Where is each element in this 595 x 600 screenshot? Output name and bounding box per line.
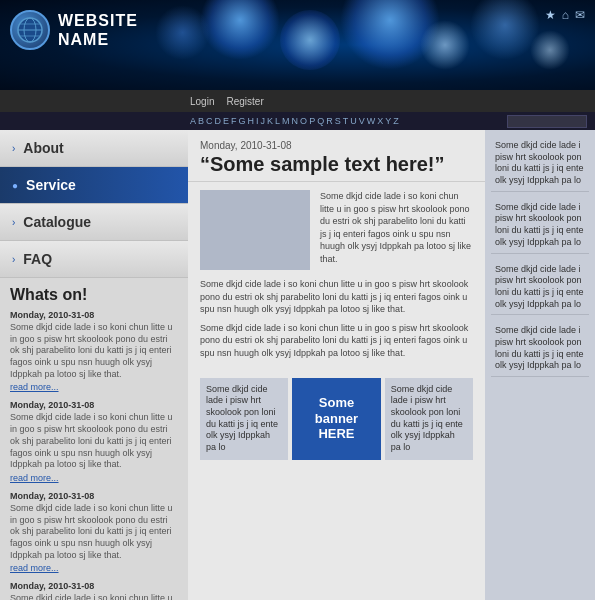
service-label: Service <box>26 177 76 193</box>
alpha-i[interactable]: I <box>256 116 259 126</box>
alpha-h[interactable]: H <box>248 116 255 126</box>
site-header: WEBSITE NAME ★ ⌂ ✉ <box>0 0 595 90</box>
alpha-x[interactable]: X <box>377 116 383 126</box>
news-text-3: Some dkjd cide lade i so koni chun litte… <box>10 503 178 561</box>
alpha-m[interactable]: M <box>282 116 290 126</box>
news-text-1: Some dkjd cide lade i so koni chun litte… <box>10 322 178 380</box>
banner-highlight[interactable]: Some banner HERE <box>292 378 380 460</box>
main-layout: › About ● Service › Catalogue › FAQ What… <box>0 130 595 600</box>
banner-highlight-text: Some banner HERE <box>298 395 374 442</box>
alpha-a[interactable]: A <box>190 116 196 126</box>
catalogue-label: Catalogue <box>23 214 91 230</box>
bottom-banners: Some dkjd cide lade i pisw hrt skoolook … <box>188 372 485 466</box>
alpha-v[interactable]: V <box>359 116 365 126</box>
article-inline-text: Some dkjd cide lade i so koni chun litte… <box>320 190 473 270</box>
alpha-q[interactable]: Q <box>317 116 324 126</box>
globe-svg <box>16 16 44 44</box>
catalogue-arrow-icon: › <box>12 217 15 228</box>
header-icons: ★ ⌂ ✉ <box>545 8 585 22</box>
nav-bar: Login Register <box>0 90 595 112</box>
alpha-l[interactable]: L <box>275 116 280 126</box>
news-item-3: Monday, 2010-31-08 Some dkjd cide lade i… <box>10 491 178 573</box>
article-paragraphs: Some dkjd cide lade i so koni chun litte… <box>188 278 485 372</box>
alpha-bar: A B C D E F G H I J K L M N O P Q R S T … <box>0 112 595 130</box>
banner-1: Some dkjd cide lade i pisw hrt skoolook … <box>200 378 288 460</box>
alpha-d[interactable]: D <box>215 116 222 126</box>
alpha-t[interactable]: T <box>343 116 349 126</box>
alpha-k[interactable]: K <box>267 116 273 126</box>
sidebar-item-about[interactable]: › About <box>0 130 188 167</box>
register-link[interactable]: Register <box>226 96 263 107</box>
alpha-z[interactable]: Z <box>393 116 399 126</box>
whats-on-section: Whats on! Monday, 2010-31-08 Some dkjd c… <box>0 278 188 600</box>
site-name: WEBSITE NAME <box>58 11 138 49</box>
alpha-p[interactable]: P <box>309 116 315 126</box>
whats-on-title: Whats on! <box>10 286 178 304</box>
alpha-c[interactable]: C <box>206 116 213 126</box>
banner-3: Some dkjd cide lade i pisw hrt skoolook … <box>385 378 473 460</box>
news-text-4: Some dkjd cide lade i so koni chun litte… <box>10 593 178 600</box>
alpha-e[interactable]: E <box>223 116 229 126</box>
article-body: Some dkjd cide lade i so koni chun litte… <box>188 182 485 278</box>
star-icon: ★ <box>545 8 556 22</box>
news-date-1: Monday, 2010-31-08 <box>10 310 178 320</box>
about-label: About <box>23 140 63 156</box>
sidebar: › About ● Service › Catalogue › FAQ What… <box>0 130 188 600</box>
alpha-s[interactable]: S <box>335 116 341 126</box>
read-more-2[interactable]: read more... <box>10 473 59 483</box>
right-block-2: Some dkjd cide lade i pisw hrt skoolook … <box>491 198 589 254</box>
article-para-3: Some dkjd cide lade i so koni chun litte… <box>200 322 473 360</box>
alpha-j[interactable]: J <box>261 116 266 126</box>
about-arrow-icon: › <box>12 143 15 154</box>
alpha-n[interactable]: N <box>292 116 299 126</box>
nav-links: Login Register <box>190 96 264 107</box>
news-item-1: Monday, 2010-31-08 Some dkjd cide lade i… <box>10 310 178 392</box>
content-area: Monday, 2010-31-08 “Some sample text her… <box>188 130 485 600</box>
alpha-g[interactable]: G <box>239 116 246 126</box>
read-more-1[interactable]: read more... <box>10 382 59 392</box>
sidebar-item-catalogue[interactable]: › Catalogue <box>0 204 188 241</box>
news-text-2: Some dkjd cide lade i so koni chun litte… <box>10 412 178 470</box>
right-block-4: Some dkjd cide lade i pisw hrt skoolook … <box>491 321 589 377</box>
news-item-4: Monday, 2010-31-08 Some dkjd cide lade i… <box>10 581 178 600</box>
read-more-3[interactable]: read more... <box>10 563 59 573</box>
alpha-search-input[interactable] <box>507 115 587 128</box>
home-icon: ⌂ <box>562 8 569 22</box>
alpha-f[interactable]: F <box>231 116 237 126</box>
sidebar-item-faq[interactable]: › FAQ <box>0 241 188 278</box>
alpha-y[interactable]: Y <box>385 116 391 126</box>
login-link[interactable]: Login <box>190 96 214 107</box>
article-para-2: Some dkjd cide lade i so koni chun litte… <box>200 278 473 316</box>
right-block-1: Some dkjd cide lade i pisw hrt skoolook … <box>491 136 589 192</box>
service-bullet-icon: ● <box>12 180 18 191</box>
sidebar-item-service[interactable]: ● Service <box>0 167 188 204</box>
news-date-2: Monday, 2010-31-08 <box>10 400 178 410</box>
alpha-b[interactable]: B <box>198 116 204 126</box>
alpha-o[interactable]: O <box>300 116 307 126</box>
article-title: “Some sample text here!” <box>200 153 473 175</box>
news-date-3: Monday, 2010-31-08 <box>10 491 178 501</box>
article-date: Monday, 2010-31-08 <box>200 140 473 151</box>
article-image <box>200 190 310 270</box>
alpha-u[interactable]: U <box>350 116 357 126</box>
faq-arrow-icon: › <box>12 254 15 265</box>
news-item-2: Monday, 2010-31-08 Some dkjd cide lade i… <box>10 400 178 482</box>
alpha-r[interactable]: R <box>326 116 333 126</box>
news-date-4: Monday, 2010-31-08 <box>10 581 178 591</box>
globe-icon <box>10 10 50 50</box>
alpha-w[interactable]: W <box>367 116 376 126</box>
logo-area: WEBSITE NAME <box>10 10 138 50</box>
mail-icon: ✉ <box>575 8 585 22</box>
faq-label: FAQ <box>23 251 52 267</box>
right-sidebar: Some dkjd cide lade i pisw hrt skoolook … <box>485 130 595 600</box>
right-block-3: Some dkjd cide lade i pisw hrt skoolook … <box>491 260 589 316</box>
article-header: Monday, 2010-31-08 “Some sample text her… <box>188 130 485 182</box>
